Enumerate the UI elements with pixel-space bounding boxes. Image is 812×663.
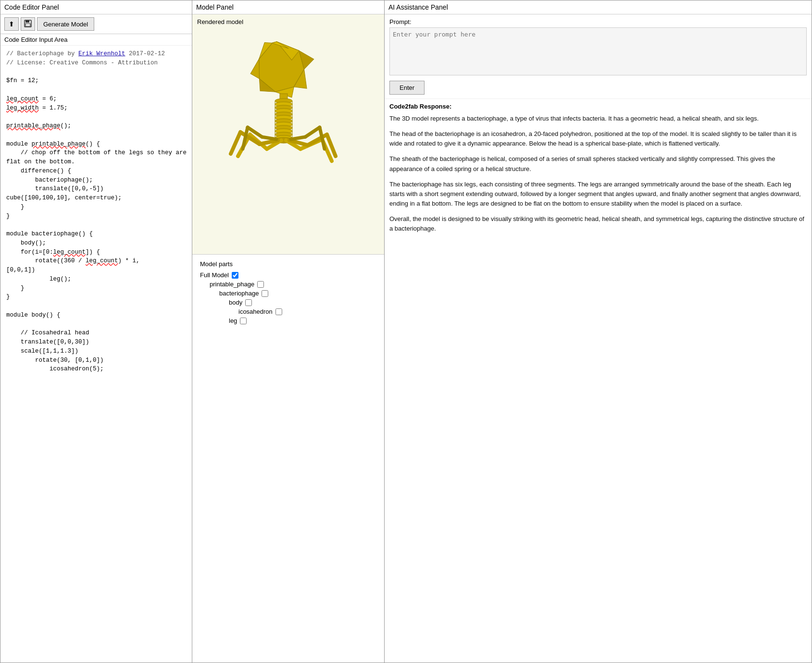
printable-phage-checkbox[interactable]: [257, 281, 264, 288]
prompt-label: Prompt:: [389, 18, 807, 25]
model-parts-section: Model parts Full Model printable_phage b…: [192, 255, 384, 332]
icosahedron-checkbox[interactable]: [275, 308, 282, 315]
response-paragraph-4: The bacteriophage has six legs, each con…: [389, 180, 807, 209]
response-paragraph-1: The 3D model represents a bacteriophage,…: [389, 114, 807, 123]
model-part-body: body: [229, 299, 376, 306]
response-text: The 3D model represents a bacteriophage,…: [389, 114, 807, 233]
response-title: Code2fab Response:: [389, 103, 807, 110]
model-part-bacteriophage: bacteriophage: [219, 290, 376, 297]
model-part-printable-phage: printable_phage: [210, 281, 376, 288]
svg-line-45: [305, 127, 320, 137]
response-section: Code2fab Response: The 3D model represen…: [385, 99, 812, 663]
upload-button[interactable]: ⬆: [4, 17, 19, 31]
enter-button[interactable]: Enter: [389, 81, 425, 95]
svg-line-41: [262, 137, 276, 139]
full-model-label: Full Model: [200, 271, 229, 279]
full-model-checkbox[interactable]: [232, 272, 238, 279]
svg-rect-2: [25, 24, 30, 26]
svg-rect-1: [25, 20, 29, 23]
generate-model-button[interactable]: Generate Model: [37, 17, 94, 31]
svg-line-46: [320, 127, 325, 149]
code-editor-area[interactable]: // Bacteriophage by Erik Wrenholt 2017-0…: [0, 46, 192, 663]
code-editor-input-label: Code Editor Input Area: [0, 34, 192, 46]
icosahedron-label: icosahedron: [238, 308, 273, 315]
model-part-leg: leg: [229, 317, 376, 324]
save-button[interactable]: [21, 17, 35, 31]
model-part-icosahedron: icosahedron: [238, 308, 376, 315]
code-editor-panel-title: Code Editor Panel: [0, 0, 192, 14]
rendered-model-label: Rendered model: [197, 18, 243, 25]
response-paragraph-2: The head of the bacteriophage is an icos…: [389, 129, 807, 148]
svg-line-43: [243, 127, 248, 149]
leg-label: leg: [229, 317, 237, 324]
save-icon: [24, 20, 32, 29]
model-parts-label: Model parts: [200, 260, 376, 268]
code-toolbar: ⬆ Generate Model: [0, 14, 192, 34]
response-paragraph-3: The sheath of the bacteriophage is helic…: [389, 154, 807, 173]
prompt-textarea[interactable]: [389, 27, 807, 75]
rendered-model-area: Rendered model: [192, 14, 384, 255]
bacteriophage-label: bacteriophage: [219, 290, 259, 297]
model-panel: Model Panel Rendered model: [192, 0, 385, 663]
ai-assistance-panel: AI Assistance Panel Prompt: Enter Code2f…: [385, 0, 812, 663]
ai-panel-title: AI Assistance Panel: [385, 0, 812, 14]
prompt-section: Prompt: Enter: [385, 14, 812, 99]
code-editor-panel: Code Editor Panel ⬆ Generate Model Code …: [0, 0, 192, 663]
bacteriophage-checkbox[interactable]: [262, 290, 268, 297]
model-panel-title: Model Panel: [192, 0, 384, 14]
body-checkbox[interactable]: [245, 299, 252, 306]
body-label: body: [229, 299, 242, 306]
upload-icon: ⬆: [9, 20, 14, 28]
svg-line-44: [291, 137, 305, 139]
printable-phage-label: printable_phage: [210, 281, 254, 288]
response-paragraph-5: Overall, the model is designed to be vis…: [389, 214, 807, 233]
bacteriophage-model-svg: [221, 34, 356, 235]
leg-checkbox[interactable]: [240, 318, 247, 324]
model-part-full-model: Full Model: [200, 271, 376, 279]
